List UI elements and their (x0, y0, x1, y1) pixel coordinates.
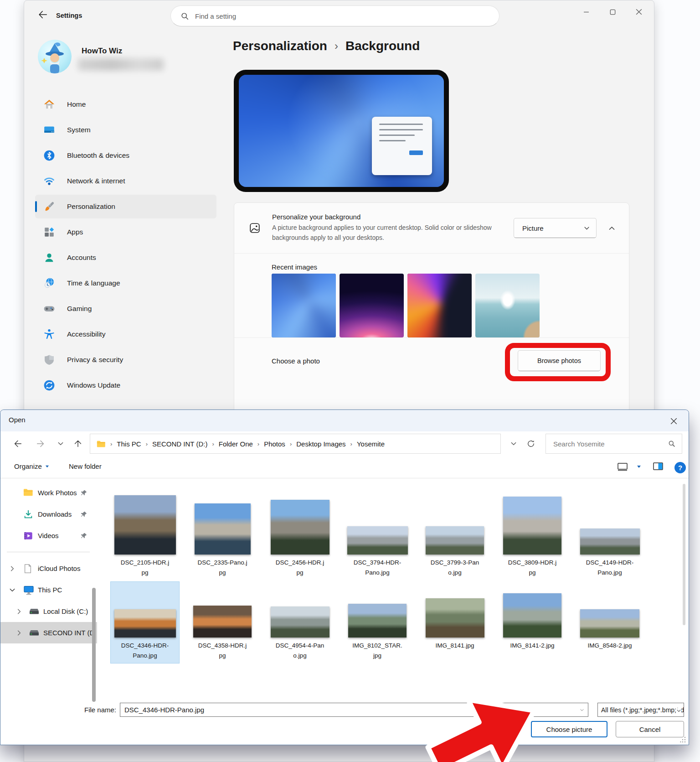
path-segment[interactable]: Yosemite (357, 440, 385, 448)
file-item[interactable]: IMG_8141.jpg (416, 582, 494, 663)
choose-picture-button[interactable]: Choose picture (531, 721, 607, 737)
tree-item-videos[interactable]: Videos (0, 525, 97, 546)
help-icon[interactable]: ? (674, 461, 686, 474)
path-segment[interactable]: This PC (117, 440, 141, 448)
file-item[interactable]: DSC_2335-Pano.jpg (184, 490, 261, 580)
file-item[interactable]: DSC_3809-HDR.jpg (494, 490, 571, 580)
avatar[interactable] (38, 40, 72, 73)
resize-grip[interactable] (680, 736, 686, 742)
file-item[interactable]: IMG_8548-2.jpg (571, 582, 649, 663)
sidebar-item-accessibility[interactable]: Accessibility (35, 322, 216, 346)
nav-forward-button[interactable] (34, 437, 47, 450)
path-segment[interactable]: Photos (264, 440, 285, 448)
tree-item-label: Videos (38, 532, 59, 539)
accounts-icon (43, 252, 55, 264)
tree-item-second-int-d[interactable]: SECOND INT (D (0, 622, 97, 643)
file-item[interactable]: IMG_8102_STAR.jpg (339, 582, 416, 663)
tree-item-label: SECOND INT (D (43, 629, 94, 637)
chevron-right-icon[interactable] (16, 630, 22, 636)
sidebar-item-privacy-security[interactable]: Privacy & security (35, 348, 216, 372)
recent-image-purple-glow-wallpaper[interactable] (340, 274, 404, 337)
drive-icon (29, 628, 39, 638)
dialog-close-button[interactable] (663, 412, 684, 430)
dialog-search-box[interactable] (546, 434, 682, 454)
file-thumbnail (195, 503, 251, 555)
tree-item-this-pc[interactable]: This PC (0, 579, 97, 601)
file-item[interactable]: DSC_4149-HDR-Pano.jpg (571, 490, 649, 580)
settings-search-input[interactable] (195, 12, 468, 20)
file-item[interactable]: DSC_4954-4-Pano.jpg (261, 582, 339, 663)
tree-item-downloads[interactable]: Downloads (0, 503, 97, 525)
collapse-section-button[interactable] (608, 225, 615, 232)
refresh-icon[interactable] (525, 437, 537, 450)
views-caret-icon[interactable] (637, 464, 641, 469)
settings-search-box[interactable] (170, 5, 499, 26)
background-type-dropdown[interactable]: Picture (514, 218, 597, 238)
system-icon (43, 124, 55, 136)
close-button[interactable] (626, 2, 652, 21)
file-item[interactable]: DSC_3799-3-Pano.jpg (416, 490, 494, 580)
browse-photos-button[interactable]: Browse photos (518, 350, 601, 371)
file-item[interactable]: DSC_4358-HDR.jpg (184, 582, 261, 663)
organize-menu[interactable]: Organize (14, 462, 49, 470)
chevron-down-icon[interactable] (9, 587, 15, 593)
nav-back-button[interactable] (11, 437, 24, 450)
file-item[interactable]: DSC_2456-HDR.jpg (261, 490, 339, 580)
chevron-right-icon[interactable] (16, 608, 22, 615)
combo-chevron-icon[interactable] (580, 708, 584, 712)
file-grid-scrollbar[interactable] (683, 484, 685, 625)
choose-photo-label: Choose a photo (272, 357, 320, 365)
file-thumbnail (503, 593, 561, 638)
sidebar-item-personalization[interactable]: Personalization (35, 195, 216, 218)
chevron-right-icon[interactable] (9, 565, 15, 572)
maximize-button[interactable] (599, 2, 626, 21)
back-arrow-icon[interactable] (38, 10, 51, 23)
breadcrumb-separator-icon: › (257, 441, 259, 447)
address-dropdown-chevron[interactable] (507, 437, 520, 450)
home-icon (43, 98, 55, 110)
views-icon[interactable] (617, 461, 628, 472)
file-name: DSC_4149-HDR-Pano.jpg (584, 558, 635, 577)
file-name-input[interactable] (120, 703, 569, 716)
sidebar-item-apps[interactable]: Apps (35, 220, 216, 244)
window-controls (573, 2, 652, 21)
recent-image-colorful-ribbon-wallpaper[interactable] (407, 274, 472, 337)
sidebar-item-home[interactable]: Home (35, 93, 216, 116)
tree-item-local-disk-c-[interactable]: Local Disk (C:) (0, 601, 97, 622)
file-thumbnail (114, 609, 176, 638)
tree-item-work-photos[interactable]: Work Photos (0, 482, 97, 503)
settings-sidebar: HomeSystemBluetooth & devicesNetwork & i… (35, 93, 216, 399)
path-segment[interactable]: Folder One (219, 440, 253, 448)
sidebar-item-network-internet[interactable]: Network & internet (35, 169, 216, 193)
recent-image-windows-bloom-wallpaper[interactable] (272, 274, 336, 337)
tree-item-label: This PC (38, 586, 62, 594)
sidebar-item-system[interactable]: System (35, 118, 216, 142)
file-grid-row-2: DSC_4346-HDR-Pano.jpgDSC_4358-HDR.jpgDSC… (106, 582, 649, 663)
file-item-selected[interactable]: DSC_4346-HDR-Pano.jpg (111, 582, 179, 663)
path-segment[interactable]: Desktop Images (296, 440, 345, 448)
tree-scrollbar[interactable] (92, 588, 96, 702)
path-segment[interactable]: SECOND INT (D:) (152, 440, 207, 448)
sidebar-item-windows-update[interactable]: Windows Update (35, 373, 216, 397)
sidebar-item-bluetooth-devices[interactable]: Bluetooth & devices (35, 144, 216, 167)
sidebar-item-accounts[interactable]: Accounts (35, 246, 216, 270)
recent-image-calm-lake-wallpaper[interactable] (475, 274, 540, 337)
preview-pane-icon[interactable] (652, 461, 664, 472)
cancel-button[interactable]: Cancel (616, 721, 684, 737)
minimize-button[interactable] (573, 2, 599, 21)
file-item[interactable]: IMG_8141-2.jpg (494, 582, 571, 663)
nav-recent-dropdown[interactable] (54, 437, 67, 450)
tree-item-icloud-photos[interactable]: iCloud Photos (0, 558, 97, 579)
file-thumbnail (580, 529, 640, 555)
file-item[interactable]: DSC_2105-HDR.jpg (106, 490, 184, 580)
dialog-search-input[interactable] (553, 440, 658, 448)
sidebar-item-gaming[interactable]: Gaming (35, 297, 216, 321)
address-bar[interactable]: ›This PC›SECOND INT (D:)›Folder One›Phot… (90, 434, 501, 454)
new-folder-button[interactable]: New folder (69, 462, 102, 470)
file-item[interactable]: DSC_3794-HDR-Pano.jpg (339, 490, 416, 580)
nav-up-button[interactable] (72, 437, 84, 450)
breadcrumb-separator-icon: › (212, 441, 214, 447)
sidebar-item-time-language[interactable]: Time & language (35, 271, 216, 295)
breadcrumb-personalization[interactable]: Personalization (233, 39, 327, 53)
file-type-dropdown[interactable]: All files (*.jpg;*.jpeg;*.bmp;*.dib;*.pn… (597, 703, 684, 717)
